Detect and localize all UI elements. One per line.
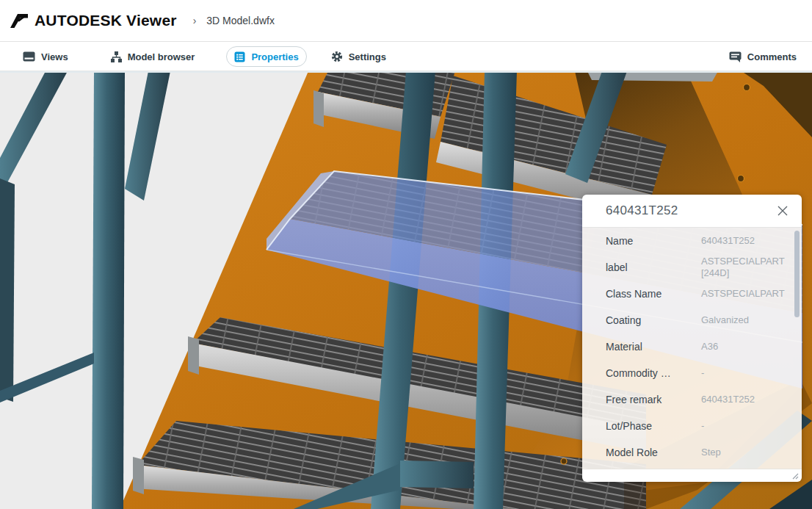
panel-scrollbar-thumb[interactable] [794,231,800,317]
property-row: Commodity … - [582,360,802,386]
property-row: Material A36 [582,333,802,360]
brand-regular: Viewer [126,12,177,29]
tree-icon [111,51,122,62]
property-label: label [606,261,701,273]
bolt-hole [744,84,750,91]
brand-text: AUTODESK Viewer [35,12,177,29]
property-row: Coating Galvanized [582,307,802,333]
property-value: - [701,420,786,432]
property-label: Class Name [606,288,701,300]
tab-model-browser-label: Model browser [128,51,195,62]
property-value: 640431T252 [701,394,786,405]
property-label: Lot/Phase [606,420,701,432]
autodesk-logo[interactable]: AUTODESK Viewer [10,12,177,29]
railing-rail [400,461,474,488]
autodesk-logo-icon [10,12,28,29]
close-button[interactable] [774,202,791,220]
property-row: Lot/Phase - [582,413,802,439]
property-row: Class Name ASTSPECIALPART [582,281,802,307]
app-header: AUTODESK Viewer › 3D Model.dwfx [0,0,812,42]
tab-properties-label: Properties [251,51,298,62]
property-value: A36 [701,341,786,353]
property-row: Name 640431T252 [582,228,802,254]
toolbar: Views Model browser Properties [0,43,812,71]
property-value: Galvanized [701,314,786,326]
document-name: 3D Model.dwfx [206,15,275,26]
breadcrumb: › 3D Model.dwfx [193,15,275,26]
list-icon [234,51,245,62]
property-row: Model Role Step [582,439,802,466]
properties-panel: 640431T252 Name 640431T252 label ASTSPEC… [582,195,802,482]
properties-list: Name 640431T252 label ASTSPECIALPART [24… [582,228,802,469]
properties-panel-header: 640431T252 [582,195,802,228]
properties-panel-footer [582,469,802,482]
breadcrumb-chevron-icon: › [193,15,197,26]
bolt-hole [738,176,744,182]
comments-label: Comments [747,51,797,62]
comments-button[interactable]: Comments [721,46,805,67]
gear-icon [331,51,343,62]
property-label: Free remark [606,394,701,405]
monitor-icon [23,51,35,62]
tab-views[interactable]: Views [15,46,76,67]
brand-bold: AUTODESK [35,12,122,29]
close-icon [777,206,788,216]
railing-post [92,71,125,509]
property-row: label ASTSPECIALPART [244D] [582,254,802,281]
property-value: 640431T252 [701,235,786,247]
property-label: Material [606,341,701,353]
property-value: - [701,367,786,379]
property-value: Step [701,447,786,458]
tab-settings-label: Settings [349,51,386,62]
tab-settings[interactable]: Settings [323,46,394,67]
property-value: ASTSPECIALPART [244D] [701,256,786,279]
speech-bubble-icon [729,51,742,62]
step-end-tab [313,90,324,127]
resize-handle-icon[interactable] [791,472,799,480]
tab-views-label: Views [41,51,68,62]
autodesk-viewer-app: AUTODESK Viewer › 3D Model.dwfx Views Mo… [0,0,812,509]
property-row: Free remark 640431T252 [582,386,802,413]
viewport-top-border [0,71,812,73]
property-label: Name [606,235,701,247]
property-label: Model Role [606,447,701,458]
tab-model-browser[interactable]: Model browser [103,46,203,67]
tab-properties[interactable]: Properties [226,46,306,67]
property-value: ASTSPECIALPART [701,288,786,300]
property-label: Commodity … [606,367,701,379]
railing-post-left-edge [0,178,15,402]
property-label: Coating [606,314,701,326]
step-end-tab [133,457,144,494]
panel-title: 640431T252 [606,203,678,218]
step-end-tab [188,336,199,375]
bolt-hole [561,458,567,464]
